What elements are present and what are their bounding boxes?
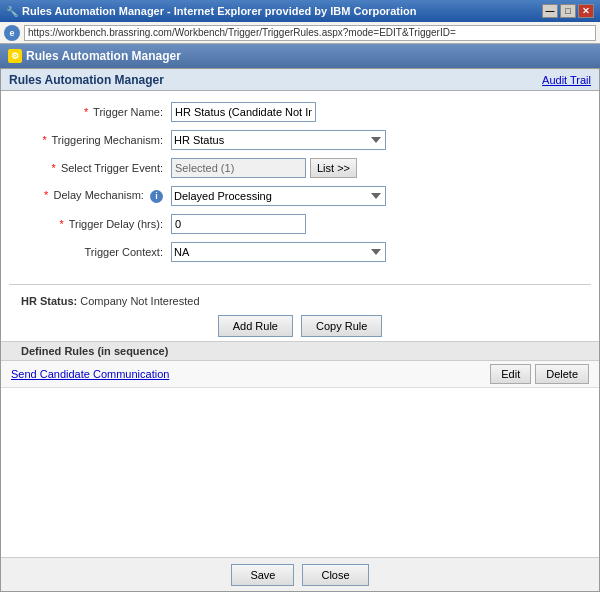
address-input[interactable] [24, 25, 596, 41]
table-row: Send Candidate Communication Edit Delete [1, 361, 599, 388]
list-button[interactable]: List >> [310, 158, 357, 178]
save-button[interactable]: Save [231, 564, 294, 586]
trigger-name-label: * Trigger Name: [21, 106, 171, 118]
app-header-title: Rules Automation Manager [26, 49, 181, 63]
triggering-mechanism-select[interactable]: HR Status [171, 130, 386, 150]
trigger-delay-star: * [60, 218, 64, 230]
delay-mechanism-star: * [44, 189, 48, 201]
bottom-empty-area [1, 388, 599, 557]
app-header-bar: ⚙ Rules Automation Manager [0, 44, 600, 68]
app-header-icon: ⚙ [8, 49, 22, 63]
trigger-delay-input[interactable] [171, 214, 306, 234]
main-content: Rules Automation Manager Audit Trail * T… [0, 68, 600, 592]
trigger-event-input [171, 158, 306, 178]
defined-rules-header: Defined Rules (in sequence) [1, 341, 599, 361]
trigger-event-row: * Select Trigger Event: List >> [21, 157, 579, 179]
trigger-context-select[interactable]: NA [171, 242, 386, 262]
window-title-left: 🔧 Rules Automation Manager - Internet Ex… [6, 5, 416, 17]
triggering-mechanism-star: * [42, 134, 46, 146]
trigger-event-label: * Select Trigger Event: [21, 162, 171, 174]
close-button[interactable]: Close [302, 564, 368, 586]
status-label: HR Status: [21, 295, 77, 307]
copy-rule-button[interactable]: Copy Rule [301, 315, 382, 337]
window-title-text: Rules Automation Manager - Internet Expl… [22, 5, 416, 17]
minimize-button[interactable]: — [542, 4, 558, 18]
browser-icon: e [4, 25, 20, 41]
add-rule-button[interactable]: Add Rule [218, 315, 293, 337]
audit-trail-link[interactable]: Audit Trail [542, 74, 591, 86]
maximize-button[interactable]: □ [560, 4, 576, 18]
rules-table: Send Candidate Communication Edit Delete [1, 361, 599, 388]
status-value: Company Not Interested [80, 295, 199, 307]
divider-1 [9, 284, 591, 285]
delay-mechanism-info-icon[interactable]: i [150, 190, 163, 203]
content-header: Rules Automation Manager Audit Trail [1, 69, 599, 91]
delay-mechanism-select[interactable]: Delayed Processing [171, 186, 386, 206]
trigger-context-row: Trigger Context: NA [21, 241, 579, 263]
window-app-icon: 🔧 [6, 6, 18, 17]
rule-actions: Edit Delete [490, 364, 589, 384]
footer: Save Close [1, 557, 599, 591]
browser-icon-letter: e [9, 28, 14, 38]
trigger-name-required-star: * [84, 106, 88, 118]
rules-buttons: Add Rule Copy Rule [1, 311, 599, 341]
rule-link[interactable]: Send Candidate Communication [11, 368, 490, 380]
trigger-delay-label: * Trigger Delay (hrs): [21, 218, 171, 230]
trigger-delay-row: * Trigger Delay (hrs): [21, 213, 579, 235]
form-area: * Trigger Name: * Triggering Mechanism: … [1, 91, 599, 280]
window-title-bar: 🔧 Rules Automation Manager - Internet Ex… [0, 0, 600, 22]
content-header-title: Rules Automation Manager [9, 73, 164, 87]
delay-mechanism-row: * Delay Mechanism: i Delayed Processing [21, 185, 579, 207]
address-bar: e [0, 22, 600, 44]
edit-rule-button[interactable]: Edit [490, 364, 531, 384]
trigger-context-label: Trigger Context: [21, 246, 171, 258]
delete-rule-button[interactable]: Delete [535, 364, 589, 384]
trigger-event-star: * [52, 162, 56, 174]
trigger-name-row: * Trigger Name: [21, 101, 579, 123]
delay-mechanism-label: * Delay Mechanism: i [21, 189, 171, 203]
status-section: HR Status: Company Not Interested [1, 289, 599, 311]
window-controls: — □ ✕ [542, 4, 594, 18]
defined-rules-header-text: Defined Rules (in sequence) [21, 345, 168, 357]
window-close-button[interactable]: ✕ [578, 4, 594, 18]
triggering-mechanism-label: * Triggering Mechanism: [21, 134, 171, 146]
triggering-mechanism-row: * Triggering Mechanism: HR Status [21, 129, 579, 151]
trigger-name-input[interactable] [171, 102, 316, 122]
